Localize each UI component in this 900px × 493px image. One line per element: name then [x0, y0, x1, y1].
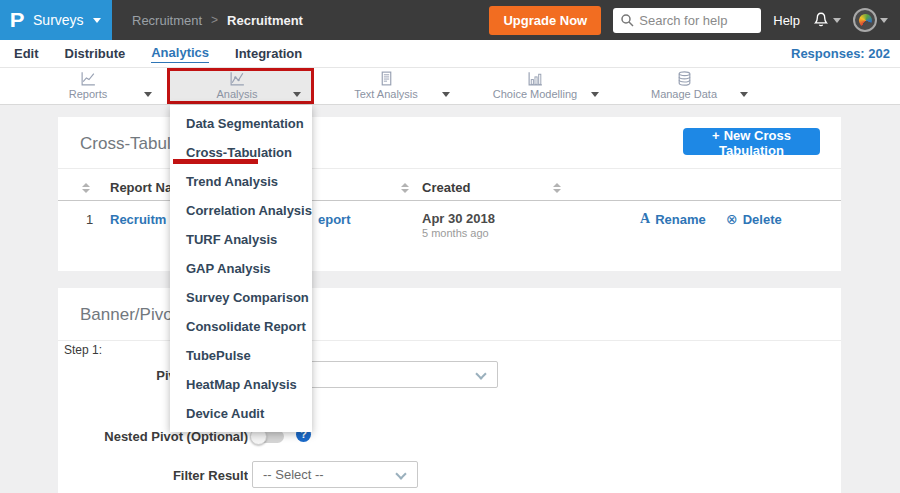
- column-header-created[interactable]: Created: [422, 180, 470, 195]
- toolbar-item-analysis[interactable]: Analysis: [167, 70, 307, 100]
- menu-item-device-audit[interactable]: Device Audit: [170, 399, 312, 428]
- choice-modelling-dropdown-caret[interactable]: [591, 83, 599, 101]
- rename-button[interactable]: ARename: [640, 211, 706, 227]
- search-icon: [620, 13, 634, 27]
- breadcrumb-current: Recruitment: [227, 13, 303, 28]
- breadcrumb-separator-icon: >: [211, 13, 218, 27]
- avatar: [853, 8, 877, 32]
- row-index: 1: [86, 212, 93, 227]
- toolbar-item-choice-modelling[interactable]: Choice Modelling: [465, 70, 605, 100]
- menu-item-tubepulse[interactable]: TubePulse: [170, 341, 312, 370]
- analytics-toolbar: Reports Analysis Text Analysis Choice Mo…: [0, 68, 900, 105]
- breadcrumb-parent[interactable]: Recruitment: [132, 13, 202, 28]
- analysis-dropdown-menu: Data Segmentation Cross-Tabulation Trend…: [170, 105, 312, 432]
- search-input[interactable]: [613, 8, 761, 33]
- toolbar-item-text-analysis[interactable]: Text Analysis: [316, 70, 456, 100]
- questionpro-logo-icon: P: [10, 8, 25, 32]
- tab-edit[interactable]: Edit: [14, 46, 39, 61]
- menu-item-heatmap-analysis[interactable]: HeatMap Analysis: [170, 370, 312, 399]
- topbar-right-group: Upgrade Now Help: [489, 6, 900, 35]
- scatter-chart-icon: [229, 70, 246, 87]
- surveys-menu[interactable]: Surveys: [33, 12, 84, 28]
- database-icon: [676, 70, 693, 87]
- panel-title: Banner/Pivot: [80, 305, 177, 325]
- app-window: P Surveys Recruitment > Recruitment Upgr…: [0, 0, 900, 493]
- step-label: Step 1:: [64, 343, 102, 357]
- filter-result-label: Filter Result: [58, 468, 248, 483]
- menu-item-data-segmentation[interactable]: Data Segmentation: [170, 109, 312, 138]
- filter-result-select[interactable]: -- Select --: [252, 461, 418, 488]
- account-control[interactable]: [853, 8, 888, 32]
- chevron-down-icon: [475, 368, 486, 379]
- annotation-underline: [173, 159, 258, 164]
- top-navbar: P Surveys Recruitment > Recruitment Upgr…: [0, 0, 900, 40]
- text-analysis-dropdown-caret[interactable]: [442, 83, 450, 101]
- created-date: Apr 30 2018: [422, 211, 495, 226]
- report-name-link[interactable]: eport: [318, 212, 351, 227]
- menu-item-gap-analysis[interactable]: GAP Analysis: [170, 254, 312, 283]
- plus-icon: +: [712, 128, 720, 143]
- help-search: [613, 8, 761, 33]
- chevron-down-icon: [880, 18, 888, 23]
- tab-analytics[interactable]: Analytics: [151, 45, 209, 63]
- tab-integration[interactable]: Integration: [235, 46, 302, 61]
- reports-dropdown-caret[interactable]: [144, 83, 152, 101]
- upgrade-now-button[interactable]: Upgrade Now: [489, 6, 601, 35]
- chevron-down-icon: [833, 18, 841, 23]
- chevron-down-icon: [395, 468, 406, 479]
- bar-chart-icon: [527, 70, 544, 87]
- tab-distribute[interactable]: Distribute: [65, 46, 126, 61]
- menu-item-turf-analysis[interactable]: TURF Analysis: [170, 225, 312, 254]
- survey-tabs: Edit Distribute Analytics Integration Re…: [0, 40, 900, 68]
- menu-item-consolidate-report[interactable]: Consolidate Report: [170, 312, 312, 341]
- report-name-link[interactable]: Recruitm: [110, 212, 166, 227]
- sort-toggle-icon[interactable]: [553, 179, 561, 194]
- breadcrumb: Recruitment > Recruitment: [132, 13, 303, 28]
- toolbar-item-reports[interactable]: Reports: [18, 70, 158, 100]
- menu-item-correlation-analysis[interactable]: Correlation Analysis: [170, 196, 312, 225]
- analysis-dropdown-caret[interactable]: [293, 83, 301, 101]
- rename-a-icon: A: [640, 211, 650, 227]
- brand-block[interactable]: P Surveys: [0, 0, 112, 40]
- line-chart-icon: [80, 70, 97, 87]
- menu-item-trend-analysis[interactable]: Trend Analysis: [170, 167, 312, 196]
- sort-toggle-icon[interactable]: [401, 179, 409, 194]
- document-icon: [378, 70, 395, 87]
- created-ago: 5 months ago: [422, 227, 489, 239]
- delete-button[interactable]: ⊗Delete: [726, 211, 782, 227]
- toolbar-item-manage-data[interactable]: Manage Data: [614, 70, 754, 100]
- manage-data-dropdown-caret[interactable]: [740, 83, 748, 101]
- menu-item-survey-comparison[interactable]: Survey Comparison: [170, 283, 312, 312]
- chevron-down-icon: [93, 18, 101, 23]
- responses-count[interactable]: Responses: 202: [791, 46, 890, 61]
- gauge-icon: [857, 12, 873, 28]
- help-link[interactable]: Help: [773, 13, 800, 28]
- delete-circle-x-icon: ⊗: [726, 211, 738, 227]
- notifications-control[interactable]: [812, 11, 841, 29]
- sort-toggle-icon[interactable]: [82, 179, 90, 194]
- new-cross-tabulation-button[interactable]: +New Cross Tabulation: [683, 128, 820, 155]
- bell-icon: [812, 11, 830, 29]
